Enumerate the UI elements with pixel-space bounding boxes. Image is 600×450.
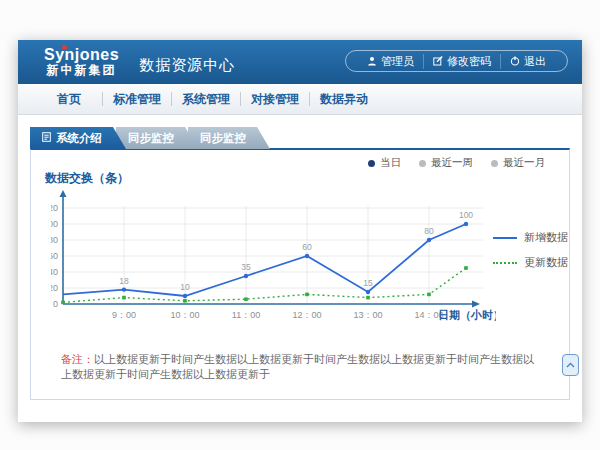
legend-line-solid-icon xyxy=(493,237,517,239)
admin-user-label: 管理员 xyxy=(381,54,414,69)
svg-text:13：00: 13：00 xyxy=(353,310,382,320)
user-toolbar: 管理员 修改密码 退出 xyxy=(345,50,568,72)
change-password-label: 修改密码 xyxy=(447,54,491,69)
tab-sync-monitor-1[interactable]: 同步监控 xyxy=(116,127,198,149)
legend-item-update-data: 更新数据 xyxy=(493,255,568,270)
radio-dot-icon xyxy=(491,160,498,167)
legend-label: 更新数据 xyxy=(524,255,568,270)
legend-label: 新增数据 xyxy=(524,230,568,245)
nav-item-connect-mgmt[interactable]: 对接管理 xyxy=(241,84,309,114)
document-icon xyxy=(42,127,51,149)
tab-sync-monitor-2[interactable]: 同步监控 xyxy=(188,127,270,149)
chart-panel: 当日 最近一周 最近一月 数据交换（条） 0204060801001209：00… xyxy=(30,148,570,400)
footnote: 备注：以上数据更新于时间产生数据以上数据更新于时间产生数据以上数据更新于时间产生… xyxy=(61,352,541,382)
change-password-button[interactable]: 修改密码 xyxy=(423,54,500,69)
svg-text:10：00: 10：00 xyxy=(170,310,199,320)
svg-text:100: 100 xyxy=(459,210,473,220)
radio-today-label: 当日 xyxy=(380,156,401,170)
nav-item-data-change[interactable]: 数据异动 xyxy=(310,84,378,114)
chart-y-axis-title: 数据交换（条） xyxy=(45,170,129,187)
svg-text:11：00: 11：00 xyxy=(232,310,260,320)
legend-item-new-data: 新增数据 xyxy=(493,230,568,245)
power-icon xyxy=(510,56,520,66)
tab-system-intro[interactable]: 系统介绍 xyxy=(30,127,126,149)
radio-last-month-label: 最近一月 xyxy=(503,156,545,170)
header-bar: Synjones 新中新集团 数据资源中心 管理员 修改密码 退出 xyxy=(18,40,582,84)
chart-legend: 新增数据 更新数据 xyxy=(493,230,568,270)
radio-last-week[interactable]: 最近一周 xyxy=(419,156,473,170)
nav-item-home[interactable]: 首页 xyxy=(36,84,102,114)
svg-text:60: 60 xyxy=(302,242,312,252)
footnote-prefix: 备注： xyxy=(61,353,94,365)
svg-text:20: 20 xyxy=(51,283,58,293)
footnote-text: 以上数据更新于时间产生数据以上数据更新于时间产生数据以上数据更新于时间产生数据以… xyxy=(61,353,534,380)
svg-text:40: 40 xyxy=(51,267,58,277)
chevron-up-icon xyxy=(566,362,575,368)
svg-text:日期（小时）: 日期（小时） xyxy=(438,309,496,322)
tab-label: 系统介绍 xyxy=(56,127,102,149)
radio-today[interactable]: 当日 xyxy=(368,156,401,170)
tab-label: 同步监控 xyxy=(128,127,174,149)
svg-text:120: 120 xyxy=(51,203,58,213)
legend-line-dotted-icon xyxy=(493,262,517,264)
logo-primary: Synjones xyxy=(44,47,119,64)
main-nav: 首页 标准管理 系统管理 对接管理 数据异动 xyxy=(18,84,582,115)
svg-text:18: 18 xyxy=(119,276,129,286)
user-icon xyxy=(367,56,377,66)
svg-text:80: 80 xyxy=(51,235,58,245)
tab-label: 同步监控 xyxy=(200,127,246,149)
nav-item-standard-mgmt[interactable]: 标准管理 xyxy=(103,84,171,114)
svg-text:10: 10 xyxy=(180,282,190,292)
edit-icon xyxy=(433,56,443,66)
svg-text:0: 0 xyxy=(53,299,58,309)
exchange-line-chart: 0204060801001209：0010：0011：0012：0013：001… xyxy=(51,186,496,336)
content-area: 系统介绍 同步监控 同步监控 当日 最近一周 xyxy=(18,115,582,422)
app-window: Synjones 新中新集团 数据资源中心 管理员 修改密码 退出 xyxy=(18,40,582,422)
back-to-top-button[interactable] xyxy=(562,354,579,376)
svg-text:35: 35 xyxy=(241,262,251,272)
svg-text:12：00: 12：00 xyxy=(292,310,321,320)
logout-button[interactable]: 退出 xyxy=(500,54,555,69)
svg-text:60: 60 xyxy=(51,251,58,261)
radio-last-month[interactable]: 最近一月 xyxy=(491,156,545,170)
logo-secondary: 新中新集团 xyxy=(44,64,119,77)
radio-dot-icon xyxy=(368,160,375,167)
company-logo: Synjones 新中新集团 xyxy=(44,47,119,76)
radio-last-week-label: 最近一周 xyxy=(431,156,473,170)
nav-item-system-mgmt[interactable]: 系统管理 xyxy=(172,84,240,114)
time-range-filter: 当日 最近一周 最近一月 xyxy=(368,156,545,170)
svg-text:9：00: 9：00 xyxy=(112,310,136,320)
svg-text:80: 80 xyxy=(424,226,434,236)
page-title: 数据资源中心 xyxy=(139,50,235,75)
logout-label: 退出 xyxy=(524,54,546,69)
svg-text:15: 15 xyxy=(363,278,373,288)
tab-bar: 系统介绍 同步监控 同步监控 xyxy=(30,127,260,149)
radio-dot-icon xyxy=(419,160,426,167)
svg-text:100: 100 xyxy=(51,219,58,229)
admin-user-button[interactable]: 管理员 xyxy=(358,54,423,69)
